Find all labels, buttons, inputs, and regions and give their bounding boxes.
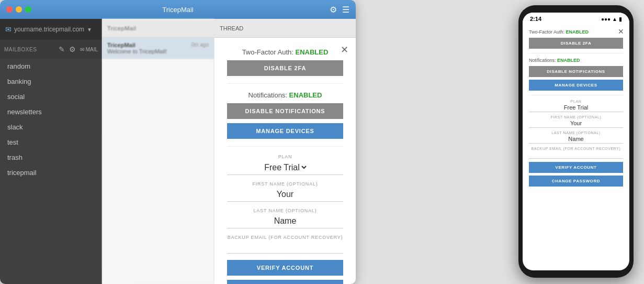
- notifications-status: ENABLED: [289, 91, 322, 99]
- pin-icon[interactable]: ⚙: [330, 5, 337, 15]
- last-name-field: LAST NAME (OPTIONAL) Name: [227, 208, 343, 228]
- app-content: ✉ yourname.tricepmail.com ▼ MAILBOXES ✎ …: [0, 19, 356, 284]
- modal-close-button[interactable]: ✕: [341, 44, 348, 56]
- sidebar-item-label: newsletters: [7, 108, 42, 116]
- phone-verify-account-button[interactable]: VERIFY ACCOUNT: [529, 162, 623, 173]
- plan-label: PLAN: [227, 154, 343, 159]
- sidebar-item-social[interactable]: social: [0, 89, 102, 104]
- notifications-section: Notifications: ENABLED DISABLE NOTIFICAT…: [227, 91, 343, 139]
- phone-modal-close[interactable]: ✕: [618, 27, 624, 36]
- sidebar-item-tricepmail[interactable]: tricepmail: [0, 165, 102, 180]
- close-button[interactable]: [6, 6, 13, 13]
- phone-plan-label: PLAN: [529, 100, 623, 103]
- mail-list: TricepMail 0m ago TricepMail Welcome to …: [102, 19, 214, 284]
- mailboxes-label: MAILBOXES: [4, 47, 37, 52]
- signal-icon: ●●●: [601, 16, 611, 22]
- phone-screen: 2:14 ●●● ▲ ▮ ✕ Two-Factor Auth: ENABLED …: [523, 13, 629, 270]
- phone-notifications-label: Notifications: ENABLED: [529, 58, 623, 63]
- sidebar-item-random[interactable]: random: [0, 59, 102, 74]
- two-factor-section: Two-Factor Auth: ENABLED DISABLE 2FA: [227, 48, 343, 76]
- mail-time: 0m ago: [191, 42, 209, 48]
- sidebar-item-newsletters[interactable]: newsletters: [0, 104, 102, 119]
- phone-disable-notifications-button[interactable]: DISABLE NOTIFICATIONS: [529, 66, 623, 77]
- inbox-label: TricepMail: [107, 25, 136, 31]
- settings-modal: ✕ Two-Factor Auth: ENABLED DISABLE 2FA: [214, 38, 356, 284]
- disable-notifications-button[interactable]: DISABLE NOTIFICATIONS: [227, 103, 343, 119]
- title-bar-actions: ⚙ ☰: [330, 5, 349, 15]
- compose-icon[interactable]: ✎: [59, 45, 65, 53]
- phone-manage-devices-button[interactable]: MANAGE DEVICES: [529, 80, 623, 91]
- list-item[interactable]: 0m ago TricepMail Welcome to TricepMail!: [102, 38, 214, 59]
- divider-1: [227, 83, 343, 84]
- two-factor-status: ENABLED: [296, 48, 329, 56]
- plan-select[interactable]: Free Trial: [262, 162, 308, 172]
- modal-overlay: ✕ Two-Factor Auth: ENABLED DISABLE 2FA: [214, 38, 356, 284]
- sidebar-item-slack[interactable]: slack: [0, 119, 102, 135]
- phone-last-name-value: Name: [529, 135, 623, 144]
- sidebar-header: ✉ yourname.tricepmail.com ▼: [0, 19, 102, 40]
- mail-list-header: TricepMail: [102, 19, 214, 38]
- divider-2: [227, 146, 343, 147]
- sidebar-item-label: social: [7, 93, 25, 101]
- mail-subject: Welcome to TricepMail!: [107, 48, 209, 54]
- window-title: TricepMail: [162, 6, 193, 14]
- maximize-button[interactable]: [25, 6, 31, 13]
- phone-two-factor-label: Two-Factor Auth: ENABLED: [529, 29, 623, 35]
- phone-backup-email-value: [529, 150, 623, 159]
- plan-field: PLAN Free Trial: [227, 154, 343, 175]
- minimize-button[interactable]: [16, 6, 22, 13]
- first-name-value: Your: [227, 188, 343, 202]
- change-password-button[interactable]: CHANGE PASSWORD: [227, 280, 343, 284]
- sidebar-toolbar: MAILBOXES ✎ ⚙ ✉ MAIL: [0, 40, 102, 59]
- notifications-text: Notifications:: [248, 91, 287, 99]
- chevron-down-icon: ▼: [87, 27, 92, 32]
- mail-content-header: THREAD: [214, 19, 356, 38]
- phone-first-name-value: Your: [529, 119, 623, 128]
- backup-email-label: BACKUP EMAIL (FOR ACCOUNT RECOVERY): [227, 235, 343, 240]
- plan-value: Free Trial: [227, 160, 343, 175]
- phone-backup-email-label: BACKUP EMAIL (FOR ACCOUNT RECOVERY): [529, 147, 623, 150]
- sidebar-item-label: tricepmail: [7, 169, 37, 177]
- sidebar-item-banking[interactable]: banking: [0, 74, 102, 89]
- sidebar-domain: yourname.tricepmail.com: [14, 26, 84, 33]
- sidebar-item-label: slack: [7, 123, 23, 131]
- disable-2fa-button[interactable]: DISABLE 2FA: [227, 60, 343, 76]
- manage-devices-button[interactable]: MANAGE DEVICES: [227, 123, 343, 139]
- backup-email-value: [227, 241, 343, 254]
- mail-content: THREAD Welcome to TricepMail! TricepMail…: [214, 19, 356, 284]
- phone-divider-2: [529, 95, 623, 95]
- phone-status-right: ●●● ▲ ▮: [601, 16, 622, 22]
- wifi-icon: ▲: [612, 16, 617, 22]
- phone-last-name-label: LAST NAME (OPTIONAL): [529, 131, 623, 135]
- sidebar-item-trash[interactable]: trash: [0, 150, 102, 165]
- phone-time: 2:14: [530, 16, 541, 22]
- mail-icon: ✉ MAIL: [80, 47, 98, 52]
- sidebar-item-label: random: [7, 62, 30, 70]
- traffic-lights: [6, 6, 31, 13]
- sidebar: ✉ yourname.tricepmail.com ▼ MAILBOXES ✎ …: [0, 19, 102, 284]
- phone-first-name-label: FIRST NAME (OPTIONAL): [529, 115, 623, 119]
- last-name-label: LAST NAME (OPTIONAL): [227, 208, 343, 213]
- menu-icon[interactable]: ☰: [342, 5, 349, 15]
- sidebar-item-label: test: [7, 138, 18, 146]
- phone-divider-1: [529, 53, 623, 53]
- sidebar-item-label: trash: [7, 154, 22, 161]
- title-bar: TricepMail ⚙ ☰: [0, 0, 356, 19]
- phone-body: 2:14 ●●● ▲ ▮ ✕ Two-Factor Auth: ENABLED …: [518, 5, 634, 278]
- phone-disable-2fa-button[interactable]: DISABLE 2FA: [529, 38, 623, 49]
- mac-window: TricepMail ⚙ ☰ ✉ yourname.tricepmail.com…: [0, 0, 356, 284]
- backup-email-field: BACKUP EMAIL (FOR ACCOUNT RECOVERY): [227, 235, 343, 254]
- sidebar-item-test[interactable]: test: [0, 135, 102, 150]
- verify-account-button[interactable]: VERIFY ACCOUNT: [227, 260, 343, 276]
- phone-plan-value: Free Trial: [529, 103, 623, 112]
- last-name-value: Name: [227, 214, 343, 228]
- thread-label: THREAD: [220, 25, 243, 31]
- first-name-label: FIRST NAME (OPTIONAL): [227, 181, 343, 187]
- phone-content: ✕ Two-Factor Auth: ENABLED DISABLE 2FA N…: [523, 25, 629, 191]
- sidebar-item-label: banking: [7, 78, 31, 85]
- first-name-field: FIRST NAME (OPTIONAL) Your: [227, 181, 343, 202]
- phone-change-password-button[interactable]: CHANGE PASSWORD: [529, 176, 623, 187]
- phone-status-bar: 2:14 ●●● ▲ ▮: [523, 13, 629, 25]
- phone-mockup: 2:14 ●●● ▲ ▮ ✕ Two-Factor Auth: ENABLED …: [518, 5, 634, 278]
- settings-icon[interactable]: ⚙: [69, 45, 76, 53]
